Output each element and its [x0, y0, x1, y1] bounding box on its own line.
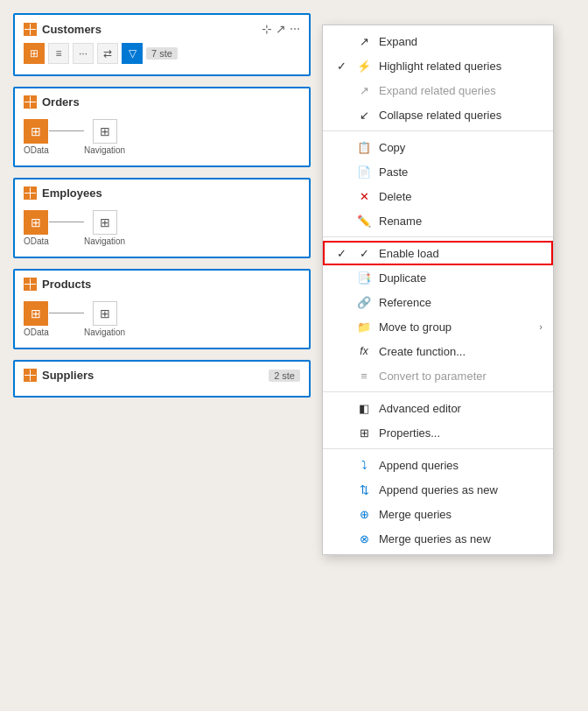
menu-label-highlight: Highlight related queries	[379, 60, 542, 73]
products-odata-icon: ⊞	[24, 301, 48, 326]
employees-odata-icon: ⊞	[24, 210, 48, 235]
menu-item-merge-queries[interactable]: ⊕Merge queries	[323, 502, 553, 526]
employees-header: Employees	[24, 187, 300, 200]
orders-table-icon	[24, 95, 37, 109]
menu-item-highlight[interactable]: ✓⚡Highlight related queries	[323, 53, 553, 78]
employees-connector	[49, 222, 84, 222]
customers-toolbar: ⊞ ≡ ··· ⇄ ▽ 7 ste	[24, 43, 300, 64]
menu-item-create-function[interactable]: fxCreate function...	[323, 339, 553, 363]
customers-header-icons: ⊹ ↗ ⋯	[262, 22, 300, 36]
customers-header: Customers ⊹ ↗ ⋯	[24, 22, 300, 36]
menu-icon-delete: ✕	[356, 188, 372, 204]
menu-check-highlight: ✓	[333, 60, 349, 73]
products-table-icon	[24, 278, 37, 291]
employees-nav-node: ⊞ Navigation	[84, 210, 125, 246]
menu-item-reference[interactable]: 🔗Reference	[323, 290, 553, 314]
menu-label-reference: Reference	[379, 296, 542, 309]
menu-item-append-queries[interactable]: ⤵Append queries	[323, 453, 553, 477]
orders-odata-label: OData	[24, 145, 49, 155]
menu-item-properties[interactable]: ⊞Properties...	[323, 420, 553, 445]
menu-item-collapse-related[interactable]: ↙Collapse related queries	[323, 102, 553, 127]
suppliers-table-icon	[24, 369, 37, 382]
query-canvas: Customers ⊹ ↗ ⋯ ⊞ ≡ ··· ⇄ ▽ 7 ste Orders…	[0, 0, 324, 711]
orders-connector	[49, 130, 84, 131]
orders-nav-icon: ⊞	[93, 119, 117, 144]
products-card: Products ⊞ OData ⊞ Navigation	[13, 269, 311, 349]
menu-icon-highlight: ⚡	[356, 58, 372, 74]
menu-icon-collapse-related: ↙	[356, 107, 372, 123]
products-body: ⊞ OData ⊞ Navigation	[24, 298, 300, 341]
menu-icon-expand: ↗	[356, 33, 372, 49]
customers-table-icon	[24, 23, 37, 36]
menu-item-merge-queries-new[interactable]: ⊗Merge queries as new	[323, 526, 553, 551]
menu-item-expand-related: ↗Expand related queries	[323, 78, 553, 102]
menu-icon-create-function: fx	[356, 343, 372, 359]
menu-icon-rename: ✏️	[356, 213, 372, 229]
dots-btn[interactable]: ···	[73, 43, 94, 64]
orders-body: ⊞ OData ⊞ Navigation	[24, 116, 300, 158]
menu-item-paste[interactable]: 📄Paste	[323, 159, 553, 184]
context-menu: ↗Expand✓⚡Highlight related queries↗Expan…	[322, 25, 554, 555]
menu-item-enable-load[interactable]: ✓✓Enable load	[323, 241, 553, 265]
employees-nav-icon: ⊞	[93, 210, 117, 235]
products-odata-node: ⊞ OData	[24, 301, 49, 337]
menu-item-advanced-editor[interactable]: ◧Advanced editor	[323, 396, 553, 420]
menu-check-enable-load: ✓	[333, 247, 349, 260]
menu-icon-move-to-group: 📁	[356, 319, 372, 334]
menu-label-collapse-related: Collapse related queries	[379, 109, 542, 122]
orders-odata-icon: ⊞	[24, 119, 48, 144]
table-btn[interactable]: ≡	[48, 43, 69, 64]
menu-icon-convert-param: ≡	[356, 368, 372, 384]
menu-item-expand[interactable]: ↗Expand	[323, 29, 553, 53]
menu-item-move-to-group[interactable]: 📁Move to group›	[323, 314, 553, 339]
menu-icon-reference: 🔗	[356, 294, 372, 310]
menu-label-duplicate: Duplicate	[379, 271, 542, 285]
employees-card: Employees ⊞ OData ⊞ Navigation	[13, 178, 311, 258]
menu-label-append-queries-new: Append queries as new	[379, 483, 542, 496]
menu-label-convert-param: Convert to parameter	[379, 370, 542, 383]
menu-label-delete: Delete	[379, 190, 542, 203]
orders-card: Orders ⊞ OData ⊞ Navigation	[13, 87, 311, 167]
customers-card: Customers ⊹ ↗ ⋯ ⊞ ≡ ··· ⇄ ▽ 7 ste	[13, 13, 311, 76]
employees-table-icon	[24, 187, 37, 200]
menu-label-advanced-editor: Advanced editor	[379, 402, 542, 415]
menu-icon-append-queries: ⤵	[356, 457, 372, 473]
grid-btn[interactable]: ⊞	[24, 43, 45, 64]
products-connector	[49, 313, 84, 313]
suppliers-header: Suppliers 2 ste	[24, 369, 300, 382]
menu-icon-expand-related: ↗	[356, 82, 372, 98]
menu-label-paste: Paste	[379, 165, 542, 179]
menu-label-merge-queries: Merge queries	[379, 508, 542, 521]
orders-nav-node: ⊞ Navigation	[84, 119, 125, 155]
filter-btn[interactable]: ▽	[122, 43, 143, 64]
employees-nav-label: Navigation	[84, 236, 125, 246]
employees-odata-label: OData	[24, 236, 49, 246]
menu-icon-enable-load: ✓	[356, 245, 372, 261]
menu-item-rename[interactable]: ✏️Rename	[323, 208, 553, 233]
products-nav-icon: ⊞	[93, 301, 117, 326]
employees-title: Employees	[42, 187, 300, 200]
nav-btn[interactable]: ⇄	[97, 43, 118, 64]
menu-item-convert-param: ≡Convert to parameter	[323, 363, 553, 388]
products-odata-label: OData	[24, 327, 49, 337]
menu-item-delete[interactable]: ✕Delete	[323, 184, 553, 208]
menu-icon-merge-queries-new: ⊗	[356, 531, 372, 546]
employees-odata-node: ⊞ OData	[24, 210, 49, 246]
menu-label-rename: Rename	[379, 215, 542, 228]
menu-icon-duplicate: 📑	[356, 270, 372, 285]
orders-title: Orders	[42, 95, 300, 109]
menu-item-duplicate[interactable]: 📑Duplicate	[323, 265, 553, 290]
menu-item-copy[interactable]: 📋Copy	[323, 135, 553, 159]
menu-item-append-queries-new[interactable]: ⇅Append queries as new	[323, 477, 553, 502]
menu-icon-append-queries-new: ⇅	[356, 482, 372, 497]
menu-separator	[323, 236, 553, 237]
share-icon[interactable]: ⊹	[262, 22, 272, 36]
menu-label-create-function: Create function...	[379, 345, 542, 358]
expand-icon[interactable]: ↗	[276, 22, 286, 36]
more-icon[interactable]: ⋯	[290, 23, 300, 35]
menu-label-properties: Properties...	[379, 426, 542, 440]
menu-icon-advanced-editor: ◧	[356, 400, 372, 416]
menu-label-enable-load: Enable load	[379, 247, 542, 260]
suppliers-steps: 2 ste	[269, 370, 300, 382]
orders-odata-node: ⊞ OData	[24, 119, 49, 155]
